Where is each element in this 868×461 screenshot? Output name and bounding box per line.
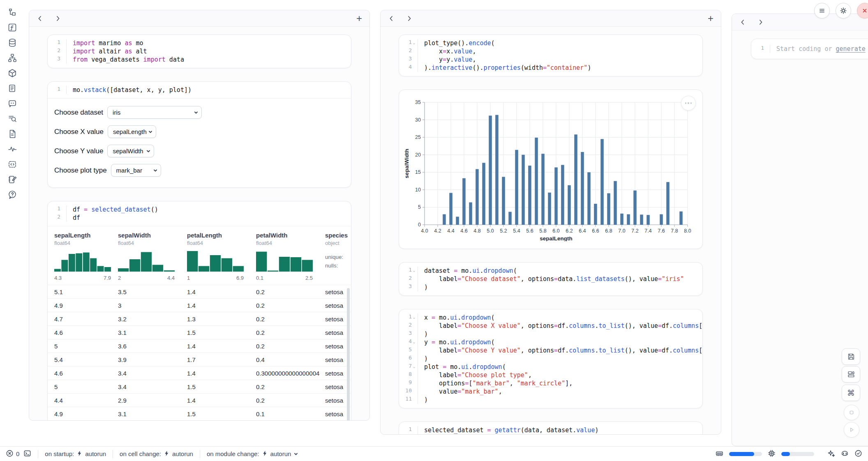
code-editor[interactable]: 1 selected_dataset = getattr(data, datas… (399, 422, 702, 435)
menu-button[interactable] (814, 3, 830, 18)
table-cell: 1.4 (187, 302, 256, 309)
code-line: selected_dataset = getattr(data, dataset… (424, 426, 598, 434)
settings-button[interactable] (836, 3, 851, 18)
on-startup-toggle[interactable]: on startup: autorun (38, 450, 113, 458)
table-cell: 0.2 (256, 397, 325, 404)
code-editor[interactable]: 1 2 3 import marimo as moimport altair a… (48, 35, 351, 68)
file-explorer-icon[interactable] (7, 7, 17, 17)
code-editor[interactable]: 1 mo.vstack([dataset, x, y, plot]) (48, 82, 351, 98)
line-number: 6 (399, 355, 418, 363)
table-cell: 1.4 (187, 343, 256, 350)
column-header-petalWidth[interactable]: petalWidthfloat640.12.5 (256, 232, 325, 281)
cpu-chip-icon (768, 449, 776, 459)
code-editor[interactable]: 1 2 df = selected_dataset()df (48, 201, 351, 226)
table-cell: 5 (54, 383, 118, 390)
snippets-icon[interactable] (7, 159, 17, 169)
table-cell: 4.9 (54, 410, 118, 417)
on-cell-change-toggle[interactable]: on cell change: autorun (113, 450, 200, 458)
chevron-down-icon (153, 168, 158, 173)
code-line: from vega_datasets import data (73, 55, 184, 64)
chat-icon[interactable] (7, 99, 17, 108)
keyboard-shortcuts-button[interactable]: ⌘ (842, 385, 860, 401)
chart-options-button[interactable] (681, 96, 696, 111)
chevron-right-icon[interactable] (406, 15, 413, 22)
dropdown-1[interactable]: sepalLength (108, 125, 156, 138)
table-row: 4.63.41.40.30000000000000004setosa (48, 366, 351, 380)
new-cell-editor[interactable]: 1 Start coding or generate with AI (751, 39, 868, 59)
code-line: ).interactive().properties(width="contai… (424, 64, 591, 72)
close-button[interactable] (857, 3, 868, 18)
line-number: 4 (399, 64, 418, 72)
packages-icon[interactable] (7, 68, 17, 78)
dependency-graph-icon[interactable] (7, 53, 17, 63)
column-header-species[interactable]: speciesobjectunique:nulls: (325, 232, 351, 281)
cell-dataset-dropdown: 1⌄2 3 dataset = mo.ui.dropdown( label="C… (399, 262, 703, 296)
connection-status-button[interactable] (854, 449, 862, 459)
logs-icon[interactable] (7, 83, 17, 93)
code-editor[interactable]: 1⌄2 3 dataset = mo.ui.dropdown( label="C… (399, 263, 702, 295)
line-number: 3 (399, 330, 418, 338)
column-header-sepalWidth[interactable]: sepalWidthfloat6424.4 (118, 232, 187, 281)
dropdown-3[interactable]: mark_bar (111, 164, 161, 177)
code-editor[interactable]: 1⌄2 3 4⌄5 6 7⌄8 9 10 11 x = mo.ui.dropdo… (399, 309, 702, 408)
run-button[interactable] (844, 422, 859, 438)
ai-sparkles-button[interactable] (827, 449, 835, 459)
table-cell: 1.5 (187, 383, 256, 390)
svg-text:7.0: 7.0 (618, 228, 625, 234)
code-line: df (73, 214, 158, 222)
add-cell-button[interactable]: + (356, 15, 362, 22)
svg-text:5.4: 5.4 (513, 228, 520, 234)
line-number: 9 (399, 379, 418, 387)
documentation-icon[interactable] (7, 129, 17, 139)
code-editor[interactable]: 1⌄2 3 4 plot_type().encode( x=x.value, y… (399, 35, 702, 76)
functions-icon[interactable] (7, 23, 17, 32)
svg-text:4.8: 4.8 (473, 228, 480, 234)
table-cell: 3.2 (118, 316, 187, 323)
line-number: 11 (399, 396, 418, 404)
column-histogram (187, 250, 250, 273)
stop-button[interactable] (844, 405, 859, 420)
help-icon[interactable] (7, 190, 17, 200)
sepal-bar-chart[interactable]: 4.04.24.44.64.85.05.25.45.65.86.06.26.46… (403, 97, 698, 243)
svg-text:7.4: 7.4 (644, 228, 651, 234)
chevron-right-icon[interactable] (757, 19, 764, 25)
control-row: Choose Y valuesepalWidth (54, 145, 344, 157)
svg-text:25: 25 (415, 134, 421, 140)
table-scrollbar[interactable] (347, 288, 350, 421)
error-count: 0 (16, 450, 19, 457)
status-bar: 0 on startup: autorun on cell change: au… (0, 446, 868, 461)
lightning-bolt-icon (76, 450, 83, 458)
chevron-left-icon[interactable] (37, 15, 43, 22)
save-button[interactable] (842, 348, 860, 365)
error-circle-icon[interactable] (6, 449, 14, 459)
column-header-petalLength[interactable]: petalLengthfloat6416.9 (187, 232, 256, 281)
line-number: 3 (48, 55, 66, 64)
on-module-change-toggle[interactable]: on module change: autorun (200, 450, 305, 458)
chevron-left-icon[interactable] (739, 19, 746, 25)
table-row: 4.93.11.50.1setosa (48, 407, 351, 420)
cell-dataframe: 1 2 df = selected_dataset()df sepalLengt… (47, 201, 351, 421)
code-line: y=y.value, (424, 55, 591, 64)
chevron-left-icon[interactable] (388, 15, 395, 22)
svg-text:6.8: 6.8 (605, 228, 612, 234)
dropdown-0[interactable]: iris (107, 106, 202, 119)
line-number: 1 (48, 39, 66, 47)
column-header-sepalLength[interactable]: sepalLengthfloat644.37.9 (54, 232, 118, 281)
layout-button[interactable] (842, 366, 860, 383)
terminal-icon[interactable] (23, 449, 31, 459)
line-number: 1⌄ (399, 267, 418, 275)
notebook-edit-icon[interactable] (7, 175, 17, 184)
svg-text:sepalLength: sepalLength (540, 235, 573, 241)
scratchpad-search-icon[interactable] (7, 114, 17, 124)
dropdown-2[interactable]: sepalWidth (107, 145, 154, 157)
copilot-button[interactable] (841, 449, 849, 459)
chevron-right-icon[interactable] (55, 15, 61, 22)
tracing-icon[interactable] (7, 144, 17, 154)
svg-text:7.2: 7.2 (631, 228, 638, 234)
code-line: import altair as alt (73, 47, 184, 55)
add-cell-button[interactable]: + (708, 15, 713, 22)
command-icon: ⌘ (847, 388, 855, 397)
table-cell: 4.9 (54, 302, 118, 309)
datasources-icon[interactable] (7, 38, 17, 48)
table-footer: 150 rows, 5 columns « ‹ Page 1 of 15 › »… (48, 420, 351, 421)
